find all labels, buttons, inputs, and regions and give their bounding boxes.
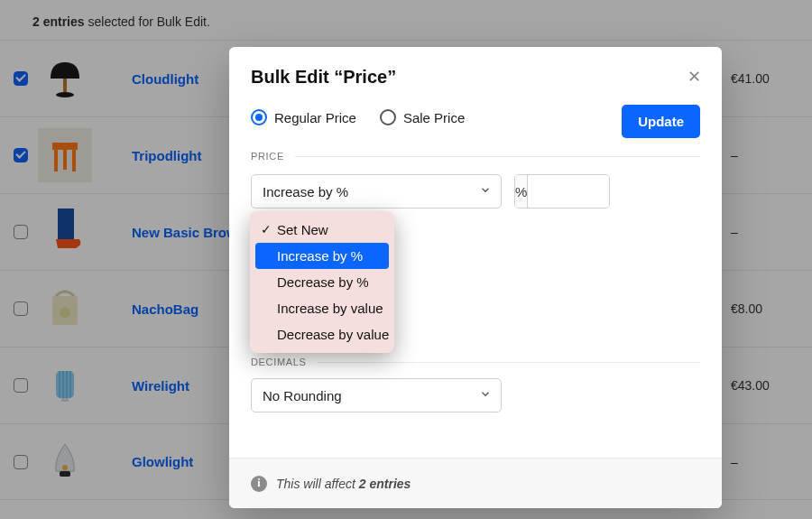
modal-title: Bulk Edit “Price”	[251, 67, 700, 88]
radio-sale-label: Sale Price	[403, 110, 465, 125]
bulk-edit-modal: Bulk Edit “Price” ✕ Regular Price Sale P…	[229, 47, 722, 508]
chevron-down-icon	[479, 184, 492, 199]
decimals-section-header: DECIMALS	[251, 357, 700, 367]
price-section-label: PRICE	[251, 151, 284, 162]
operation-dropdown: Set NewIncrease by %Decrease by %Increas…	[250, 211, 394, 353]
close-icon: ✕	[687, 67, 701, 87]
unit-prefix: %	[515, 175, 528, 208]
dropdown-option[interactable]: Decrease by value	[255, 321, 389, 348]
value-input-group: %	[514, 174, 610, 209]
chevron-down-icon	[479, 388, 492, 403]
operation-select[interactable]: Increase by % Set NewIncrease by %Decrea…	[251, 174, 502, 209]
radio-sale-price[interactable]: Sale Price	[380, 109, 465, 125]
footer-prefix: This will affect	[276, 477, 359, 491]
radio-off-icon	[380, 109, 396, 125]
operation-select-value: Increase by %	[263, 184, 348, 199]
divider	[318, 362, 700, 363]
footer-count: 2 entries	[359, 477, 411, 491]
dropdown-option[interactable]: Increase by %	[255, 243, 389, 269]
info-icon: i	[251, 476, 267, 492]
rounding-select-value: No Rounding	[263, 388, 342, 403]
radio-on-icon	[251, 109, 267, 125]
radio-regular-price[interactable]: Regular Price	[251, 109, 356, 125]
value-input[interactable]	[528, 175, 610, 208]
update-button[interactable]: Update	[622, 105, 700, 138]
dropdown-option[interactable]: Decrease by %	[255, 269, 389, 295]
dropdown-option[interactable]: Increase by value	[255, 295, 389, 321]
price-section-header: PRICE	[251, 151, 700, 162]
divider	[295, 156, 700, 157]
dropdown-option[interactable]: Set New	[255, 217, 389, 243]
radio-regular-label: Regular Price	[274, 110, 356, 125]
close-button[interactable]: ✕	[682, 65, 706, 88]
modal-footer: i This will affect 2 entries	[229, 458, 722, 508]
decimals-section-label: DECIMALS	[251, 357, 307, 367]
rounding-select[interactable]: No Rounding	[251, 378, 502, 412]
